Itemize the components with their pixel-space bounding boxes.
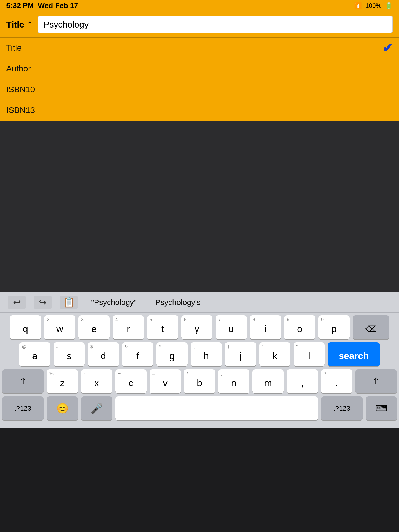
key-i[interactable]: 8i <box>250 315 281 339</box>
key-j[interactable]: )j <box>225 342 256 366</box>
key-z[interactable]: %z <box>47 369 78 393</box>
keyboard-row-2: @a #s $d &f *g (h )j 'k "l search <box>2 342 397 366</box>
key-p[interactable]: 0p <box>318 315 350 339</box>
title-search-input[interactable] <box>38 16 393 33</box>
battery-icon: 🔋 <box>385 2 393 9</box>
key-v[interactable]: =v <box>150 369 181 393</box>
filter-author-label: Author <box>6 64 31 74</box>
title-label-text: Title <box>6 19 24 30</box>
keyboard-row-1: 1q 2w 3e 4r 5t 6y 7u 8i 9o 0p ⌫ <box>2 315 397 339</box>
emoji-key[interactable]: 😊 <box>47 396 78 420</box>
undo-button[interactable]: ↩ <box>8 296 26 309</box>
header-title-label: Title ⌃ <box>6 19 32 30</box>
key-b[interactable]: /b <box>184 369 215 393</box>
content-area <box>0 121 399 292</box>
shift-left-key[interactable]: ⇧ <box>2 369 44 393</box>
key-g[interactable]: *g <box>156 342 188 366</box>
search-key[interactable]: search <box>328 342 380 366</box>
key-u[interactable]: 7u <box>216 315 247 339</box>
keyboard-row-4: .?123 😊 🎤 .?123 ⌨ <box>2 396 397 420</box>
key-d[interactable]: $d <box>88 342 119 366</box>
title-checkmark: ✔ <box>382 41 393 55</box>
chevron-up-icon[interactable]: ⌃ <box>27 21 32 29</box>
key-x[interactable]: -x <box>81 369 112 393</box>
filter-row-title[interactable]: Title ✔ <box>0 37 399 58</box>
key-comma[interactable]: !, <box>287 369 318 393</box>
clipboard-icon: 📋 <box>63 297 75 308</box>
space-key[interactable] <box>115 396 318 420</box>
keyboard-row-3: ⇧ %z -x +c =v /b ;n :m !, ?. ⇧ <box>2 369 397 393</box>
numbers-key-right[interactable]: .?123 <box>321 396 363 420</box>
delete-key[interactable]: ⌫ <box>353 315 389 339</box>
key-n[interactable]: ;n <box>218 369 249 393</box>
key-e[interactable]: 3e <box>78 315 110 339</box>
suggestion-2[interactable]: Psychology's <box>150 296 206 309</box>
status-date: Wed Feb 17 <box>38 2 78 10</box>
filter-isbn10-label: ISBN10 <box>6 85 35 94</box>
clipboard-button[interactable]: 📋 <box>60 296 78 309</box>
key-t[interactable]: 5t <box>147 315 178 339</box>
filter-isbn13-label: ISBN13 <box>6 105 35 115</box>
redo-icon: ↪ <box>39 297 47 308</box>
key-r[interactable]: 4r <box>113 315 144 339</box>
wifi-icon: 📶 <box>354 2 362 9</box>
key-period[interactable]: ?. <box>321 369 352 393</box>
filter-row-isbn13[interactable]: ISBN13 <box>0 100 399 121</box>
undo-icon: ↩ <box>13 297 21 308</box>
keyboard: 1q 2w 3e 4r 5t 6y 7u 8i 9o 0p ⌫ @a #s $d… <box>0 313 399 428</box>
filter-row-author[interactable]: Author <box>0 58 399 79</box>
key-f[interactable]: &f <box>122 342 153 366</box>
keyboard-dismiss-key[interactable]: ⌨ <box>366 396 397 420</box>
key-a[interactable]: @a <box>19 342 50 366</box>
filter-row-isbn10[interactable]: ISBN10 <box>0 79 399 100</box>
shift-right-key[interactable]: ⇧ <box>355 369 397 393</box>
status-icons: 📶 100% 🔋 <box>354 2 393 9</box>
header-bar: Title ⌃ <box>0 11 399 37</box>
redo-button[interactable]: ↪ <box>34 296 52 309</box>
key-k[interactable]: 'k <box>259 342 290 366</box>
key-q[interactable]: 1q <box>10 315 41 339</box>
filter-rows: Title ✔ Author ISBN10 ISBN13 <box>0 37 399 121</box>
key-o[interactable]: 9o <box>284 315 315 339</box>
numbers-key[interactable]: .?123 <box>2 396 44 420</box>
mic-key[interactable]: 🎤 <box>81 396 112 420</box>
status-time: 5:32 PM <box>6 2 34 10</box>
key-l[interactable]: "l <box>294 342 325 366</box>
autocorrect-bar: ↩ ↪ 📋 "Psychology" Psychology's <box>0 292 399 313</box>
key-s[interactable]: #s <box>54 342 85 366</box>
key-y[interactable]: 6y <box>181 315 212 339</box>
key-w[interactable]: 2w <box>44 315 75 339</box>
filter-title-label: Title <box>6 43 22 53</box>
key-m[interactable]: :m <box>252 369 284 393</box>
status-bar: 5:32 PM Wed Feb 17 📶 100% 🔋 <box>0 0 399 11</box>
suggestion-1[interactable]: "Psychology" <box>86 296 142 309</box>
battery-label: 100% <box>365 2 381 9</box>
key-c[interactable]: +c <box>115 369 147 393</box>
key-h[interactable]: (h <box>191 342 222 366</box>
